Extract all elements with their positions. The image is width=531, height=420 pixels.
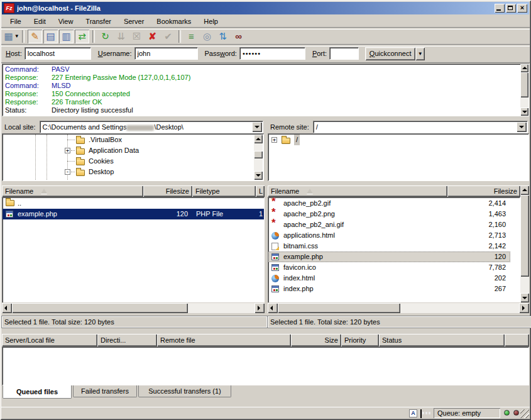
disconnect-button[interactable]: ✘ (145, 30, 160, 43)
scroll-up-button[interactable] (254, 135, 263, 143)
sort-ascending-icon (307, 189, 313, 194)
title-bar[interactable]: Fz john@localhost - FileZilla × (2, 2, 529, 14)
column-header-direction[interactable]: Directi... (97, 334, 157, 346)
resize-grip[interactable] (520, 409, 529, 418)
toolbar: ▦▼ ✎ ▤ ▥ ⇄ ↻ ⇊ ☒ ✘ ✔ ≡ ◎ ⇅ ∞ (1, 28, 530, 44)
directory-comparison-button[interactable]: ◎ (200, 30, 214, 43)
tree-item-virtualbox[interactable]: .VirtualBox (2, 135, 264, 145)
reconnect-button[interactable]: ✔ (161, 30, 175, 43)
tab-queued-files[interactable]: Queued files (3, 385, 72, 399)
remote-directory-tree[interactable]: + / (268, 133, 529, 181)
collapse-icon[interactable]: - (65, 169, 70, 175)
menu-file[interactable]: File (4, 16, 28, 26)
synchronized-browsing-button[interactable]: ⇅ (216, 30, 230, 43)
quickconnect-dropdown-button[interactable]: ▼ (415, 47, 425, 60)
local-file-list[interactable]: .. example.php 120 PHP File 1 (2, 197, 265, 302)
local-list-hscrollbar[interactable] (2, 303, 265, 313)
message-log[interactable]: Command:PASV Response:227 Entering Passi… (2, 64, 529, 116)
tree-item-desktop[interactable]: - Desktop (2, 167, 264, 177)
remote-tree-icon: ▥ (62, 31, 70, 42)
local-site-combo[interactable]: C:\Documents and Settings\Desktop\ (40, 121, 263, 133)
list-item-parent-dir[interactable]: .. (3, 198, 264, 209)
scroll-up-button[interactable] (520, 64, 528, 72)
list-item[interactable]: favicon.ico 7,782 (268, 262, 520, 273)
scrollbar-thumb[interactable] (254, 151, 263, 158)
host-input[interactable]: localhost (25, 47, 91, 60)
refresh-button[interactable]: ↻ (98, 30, 112, 43)
scrollbar-thumb[interactable] (12, 303, 188, 313)
username-input[interactable]: john (134, 47, 198, 60)
tree-item-cookies[interactable]: Cookies (2, 156, 264, 167)
list-item[interactable]: index.php 267 (268, 284, 520, 294)
scroll-left-button[interactable] (2, 303, 12, 313)
tree-item-application-data[interactable]: + Application Data (2, 145, 264, 156)
port-input[interactable] (329, 47, 359, 60)
toggle-local-tree-button[interactable]: ▤ (43, 30, 58, 43)
column-header-filename[interactable]: Filename (2, 185, 143, 197)
html-file-icon (271, 232, 279, 240)
expand-icon[interactable]: + (65, 148, 70, 153)
expand-icon[interactable]: + (271, 137, 277, 143)
list-item[interactable]: * apache_pb2_ani.gif 2,160 (268, 219, 520, 230)
log-scrollbar[interactable] (520, 64, 528, 116)
toggle-remote-tree-button[interactable]: ▥ (59, 30, 74, 43)
menu-view[interactable]: View (52, 16, 80, 26)
remote-list-hscrollbar[interactable] (268, 303, 529, 313)
local-tree-scrollbar[interactable] (254, 135, 263, 180)
local-site-dropdown-button[interactable] (252, 122, 262, 132)
quickconnect-button[interactable]: Quickconnect (365, 47, 415, 60)
scroll-left-button[interactable] (268, 303, 278, 313)
column-header-priority[interactable]: Priority (341, 334, 379, 346)
column-header-size[interactable]: Size (291, 334, 341, 346)
column-header-filename[interactable]: Filename (268, 185, 447, 197)
scrollbar-thumb[interactable] (520, 195, 529, 277)
scroll-down-button[interactable] (254, 171, 263, 180)
remote-file-list[interactable]: * apache_pb2.gif 2,414 * apache_pb2.png … (268, 197, 520, 302)
remote-site-dropdown-button[interactable] (517, 122, 527, 132)
remote-site-combo[interactable]: / (313, 121, 528, 133)
toggle-message-log-button[interactable]: ✎ (28, 30, 42, 43)
menu-bookmarks[interactable]: Bookmarks (150, 16, 197, 26)
column-header-server-local-file[interactable]: Server/Local file (2, 334, 97, 346)
scroll-up-button[interactable] (520, 185, 529, 195)
scrollbar-thumb[interactable] (278, 303, 400, 313)
list-item[interactable]: applications.html 2,713 (268, 230, 520, 241)
column-header-filetype[interactable]: Filetype (192, 185, 256, 197)
tree-item-root[interactable]: + / (268, 135, 529, 145)
scrollbar-thumb[interactable] (520, 72, 528, 97)
find-files-button[interactable]: ∞ (231, 30, 246, 43)
column-header-status[interactable]: Status (379, 334, 505, 346)
remote-list-vscrollbar[interactable] (520, 185, 529, 302)
column-header-remote-file[interactable]: Remote file (157, 334, 291, 346)
tab-successful-transfers[interactable]: Successful transfers (1) (138, 385, 231, 397)
tab-failed-transfers[interactable]: Failed transfers (73, 385, 137, 397)
menu-server[interactable]: Server (118, 16, 150, 26)
column-header-last-modified[interactable]: L (256, 185, 265, 197)
menu-edit[interactable]: Edit (28, 16, 52, 26)
list-item-selected[interactable]: example.php 120 (268, 251, 510, 262)
menu-help[interactable]: Help (197, 16, 224, 26)
site-manager-button[interactable]: ▦▼ (4, 30, 19, 43)
scroll-right-button[interactable] (255, 303, 265, 313)
toggle-transfer-queue-button[interactable]: ⇄ (75, 30, 89, 43)
list-item[interactable]: bitnami.css 2,142 (268, 241, 520, 251)
password-input[interactable]: •••••• (239, 47, 305, 60)
column-header-filesize[interactable]: Filesize (447, 185, 520, 197)
scroll-right-button[interactable] (519, 303, 529, 313)
scroll-down-button[interactable] (520, 293, 529, 302)
list-item[interactable]: index.html 202 (268, 273, 520, 284)
list-item[interactable]: * apache_pb2.png 1,463 (268, 209, 520, 219)
scroll-down-button[interactable] (520, 108, 528, 116)
minimize-button[interactable] (495, 4, 505, 13)
close-button[interactable]: × (517, 4, 527, 13)
process-queue-button[interactable]: ⇊ (114, 30, 128, 43)
local-directory-tree[interactable]: .VirtualBox + Application Data Cookies -… (2, 133, 264, 181)
menu-transfer[interactable]: Transfer (79, 16, 118, 26)
column-header-filesize[interactable]: Filesize (143, 185, 192, 197)
maximize-button[interactable] (506, 4, 516, 13)
cancel-button[interactable]: ☒ (129, 30, 144, 43)
list-item-example-php[interactable]: example.php 120 PHP File 1 (3, 209, 264, 219)
list-item[interactable]: * apache_pb2.gif 2,414 (268, 198, 520, 209)
queue-body[interactable] (2, 346, 529, 385)
filter-button[interactable]: ≡ (184, 30, 199, 43)
